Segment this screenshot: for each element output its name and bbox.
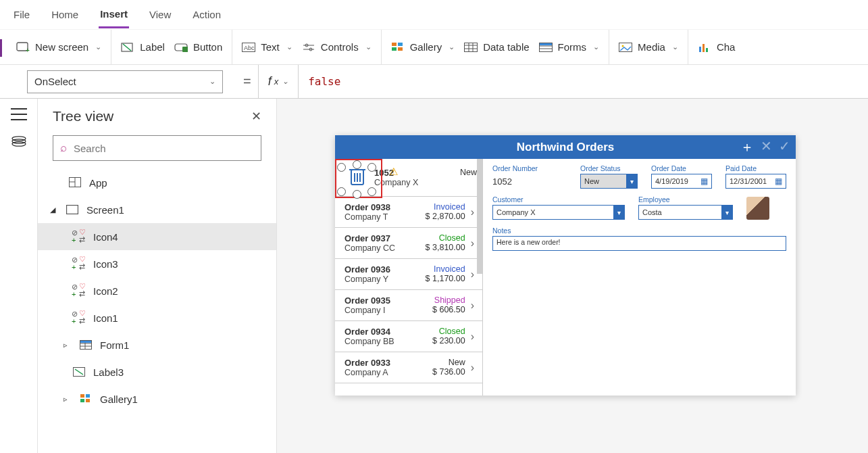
- forms-button[interactable]: Forms ⌄: [539, 41, 600, 53]
- order-company: Company Y: [344, 275, 390, 284]
- order-company: Company A: [344, 368, 390, 377]
- employee-avatar: [746, 197, 769, 220]
- tree-node-label3[interactable]: Label3: [38, 358, 276, 385]
- new-screen-button[interactable]: + New screen ⌄: [16, 41, 101, 53]
- employee-select[interactable]: Costa▾: [638, 205, 733, 220]
- collapse-icon[interactable]: ◢: [50, 206, 58, 214]
- order-amount: $ 736.00: [432, 367, 465, 377]
- order-company: Company I: [344, 306, 390, 315]
- field-label: Order Number: [492, 164, 567, 172]
- tree-label: Icon2: [93, 285, 118, 297]
- media-icon: [619, 42, 632, 53]
- order-date-input[interactable]: 4/19/2019▦: [651, 174, 712, 189]
- tree-label: App: [89, 177, 107, 189]
- close-icon[interactable]: ✕: [251, 109, 261, 124]
- tree-node-app[interactable]: App: [38, 169, 276, 196]
- canvas[interactable]: Northwind Orders ＋ ✕ ✓: [277, 99, 868, 453]
- tree-node-icon2[interactable]: +⇄ Icon2: [38, 277, 276, 304]
- menu-action[interactable]: Action: [191, 2, 222, 27]
- notes-input[interactable]: Here is a new order!: [492, 236, 786, 251]
- order-form: Order Number 1052 Order Status New▾ Orde…: [483, 159, 796, 396]
- icon-control-icon: +⇄: [72, 285, 86, 297]
- order-list[interactable]: ⚠ 1052 Company X New Order 0938Company T…: [335, 159, 483, 396]
- save-icon[interactable]: ✓: [779, 138, 790, 156]
- order-status: New: [460, 168, 477, 177]
- svg-point-32: [12, 142, 26, 146]
- customer-select[interactable]: Company X▾: [492, 205, 625, 220]
- tree-node-icon1[interactable]: +⇄ Icon1: [38, 304, 276, 331]
- app-title-bar: Northwind Orders ＋ ✕ ✓: [335, 135, 796, 159]
- list-item[interactable]: Order 0936Company YInvoiced$ 1,170.00 ›: [335, 259, 482, 290]
- cancel-icon[interactable]: ✕: [761, 138, 772, 156]
- active-indicator: [0, 39, 2, 57]
- app-title: Northwind Orders: [517, 141, 615, 154]
- text-button[interactable]: Abc Text ⌄: [242, 41, 292, 53]
- add-icon[interactable]: ＋: [740, 138, 754, 156]
- expand-icon[interactable]: ▹: [63, 395, 72, 404]
- search-input[interactable]: [72, 142, 254, 155]
- expand-icon[interactable]: ▹: [63, 341, 72, 350]
- menu-file[interactable]: File: [12, 2, 31, 27]
- gallery-button[interactable]: Gallery ⌄: [391, 41, 455, 53]
- chevron-right-icon[interactable]: ›: [465, 362, 477, 374]
- chevron-right-icon[interactable]: ›: [465, 268, 477, 281]
- property-name: OnSelect: [34, 76, 76, 87]
- order-status: New: [432, 358, 465, 367]
- table-icon: [464, 42, 478, 53]
- controls-button[interactable]: Controls ⌄: [302, 41, 372, 53]
- calendar-icon: ▦: [700, 176, 708, 186]
- list-item[interactable]: Order 0934Company BBClosed$ 230.00 ›: [335, 321, 482, 352]
- menu-home[interactable]: Home: [50, 2, 80, 27]
- svg-rect-28: [703, 44, 705, 52]
- tree-node-icon4[interactable]: +⇄ Icon4: [38, 223, 276, 250]
- label-button[interactable]: Label: [121, 41, 165, 53]
- order-amount: $ 3,810.00: [426, 243, 465, 252]
- chevron-down-icon: ⌄: [286, 43, 292, 51]
- new-screen-label: New screen: [35, 41, 88, 53]
- fx-button[interactable]: fx⌄: [258, 65, 299, 98]
- tree-node-form1[interactable]: ▹ Form1: [38, 331, 276, 358]
- order-status: Closed: [432, 327, 465, 336]
- list-item[interactable]: Order 0933Company ANew$ 736.00 ›: [335, 352, 482, 383]
- formula-input[interactable]: false: [298, 65, 868, 98]
- paid-date-input[interactable]: 12/31/2001▦: [725, 174, 786, 189]
- list-item[interactable]: Order 0938Company TInvoiced$ 2,870.00 ›: [335, 197, 482, 228]
- svg-rect-44: [80, 394, 84, 398]
- field-label: Paid Date: [725, 164, 786, 172]
- tree-view-icon[interactable]: [11, 135, 26, 147]
- tree-node-icon3[interactable]: +⇄ Icon3: [38, 250, 276, 277]
- media-button[interactable]: Media ⌄: [619, 41, 678, 53]
- icon-control-icon: +⇄: [72, 231, 86, 243]
- data-table-button[interactable]: Data table: [464, 41, 529, 53]
- chevron-right-icon[interactable]: ›: [465, 237, 477, 249]
- media-label: Media: [638, 41, 665, 53]
- hamburger-icon[interactable]: [11, 108, 27, 120]
- label-label: Label: [140, 41, 165, 53]
- controls-icon: [302, 42, 315, 53]
- order-amount: $ 606.50: [432, 305, 465, 314]
- form-icon: [78, 339, 93, 351]
- list-item[interactable]: Order 0937Company CCClosed$ 3,810.00 ›: [335, 228, 482, 259]
- formula-bar: OnSelect ⌄ = fx⌄ false: [0, 65, 868, 99]
- tree-search[interactable]: ⌕: [53, 135, 261, 161]
- menu-insert[interactable]: Insert: [99, 1, 129, 28]
- dropdown-icon: ▾: [626, 174, 637, 188]
- tree-node-gallery1[interactable]: ▹ Gallery1: [38, 385, 276, 412]
- svg-rect-45: [86, 394, 90, 398]
- tree-node-screen1[interactable]: ◢ Screen1: [38, 196, 276, 223]
- svg-rect-27: [699, 47, 701, 52]
- order-status-select[interactable]: New▾: [580, 174, 638, 189]
- field-label: Notes: [492, 226, 786, 235]
- chevron-down-icon: ⌄: [365, 43, 372, 51]
- property-selector[interactable]: OnSelect ⌄: [27, 70, 223, 93]
- list-item[interactable]: Order 0935Company IShipped$ 606.50 ›: [335, 290, 482, 321]
- chevron-down-icon: ⌄: [449, 43, 455, 51]
- button-button[interactable]: Button: [174, 41, 222, 53]
- chevron-right-icon[interactable]: ›: [465, 300, 477, 312]
- scrollbar[interactable]: [477, 159, 482, 396]
- chevron-right-icon[interactable]: ›: [465, 206, 477, 218]
- left-rail: [0, 99, 38, 453]
- chevron-right-icon[interactable]: ›: [465, 331, 477, 343]
- charts-button[interactable]: Cha: [698, 41, 736, 53]
- menu-view[interactable]: View: [148, 2, 172, 27]
